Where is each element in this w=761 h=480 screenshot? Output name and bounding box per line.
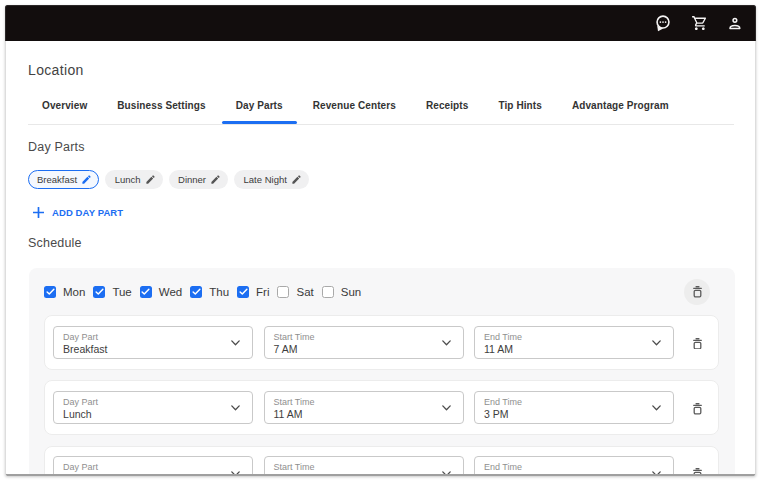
chip-late-night[interactable]: Late Night (234, 170, 309, 189)
weekday-mon[interactable]: Mon (44, 286, 85, 298)
select-value: Lunch (63, 408, 252, 421)
delete-schedule-button[interactable] (684, 279, 710, 305)
trash-icon (693, 403, 702, 415)
select-label: Day Part (63, 332, 252, 342)
delete-row-button[interactable] (686, 331, 710, 357)
chat-icon[interactable] (651, 11, 675, 35)
select-day-part[interactable]: Day Part Breakfast (53, 326, 253, 359)
select-day-part[interactable]: Day Part Dinner (53, 456, 253, 476)
chevron-down-icon (231, 471, 240, 476)
checkbox-sat[interactable] (277, 286, 289, 298)
select-start-time[interactable]: Start Time 3 PM (264, 456, 464, 476)
select-value: 11 PM (484, 474, 673, 476)
chevron-down-icon (231, 405, 240, 411)
schedule-row: Day Part Lunch Start Time 11 AM End Time… (44, 380, 719, 435)
select-label: Start Time (273, 397, 462, 407)
trash-icon (693, 468, 702, 476)
weekday-label: Tue (112, 286, 131, 298)
schedule-heading: Schedule (28, 236, 82, 250)
select-day-part[interactable]: Day Part Lunch (53, 391, 253, 424)
top-bar (5, 5, 756, 41)
tab-business-settings[interactable]: Business Settings (103, 100, 219, 124)
schedule-row: Day Part Breakfast Start Time 7 AM End T… (44, 315, 719, 370)
select-value: 11 AM (484, 343, 673, 356)
weekday-tue[interactable]: Tue (93, 286, 131, 298)
select-label: End Time (484, 462, 673, 472)
select-end-time[interactable]: End Time 11 AM (474, 326, 674, 359)
daypart-chips: BreakfastLunchDinnerLate Night (28, 170, 309, 189)
edit-chip-button[interactable] (291, 174, 302, 185)
chip-label: Lunch (115, 174, 141, 185)
pencil-icon (145, 174, 156, 185)
app-window: Location OverviewBusiness SettingsDay Pa… (5, 5, 756, 476)
edit-chip-button[interactable] (145, 174, 156, 185)
chevron-down-icon (652, 471, 661, 476)
select-label: Day Part (63, 397, 252, 407)
cart-icon[interactable] (687, 11, 711, 35)
schedule-row: Day Part Dinner Start Time 3 PM End Time… (44, 446, 719, 476)
delete-row-button[interactable] (686, 461, 710, 476)
edit-chip-button[interactable] (81, 174, 92, 185)
pencil-icon (81, 174, 92, 185)
tab-advantage-program[interactable]: Advantage Program (558, 100, 683, 124)
chip-label: Dinner (178, 174, 206, 185)
pencil-icon (210, 174, 221, 185)
select-label: Start Time (273, 462, 462, 472)
pencil-icon (291, 174, 302, 185)
weekday-label: Sun (341, 286, 361, 298)
weekday-sat[interactable]: Sat (277, 286, 313, 298)
check-icon (95, 288, 104, 296)
select-value: Breakfast (63, 343, 252, 356)
chevron-down-icon (652, 340, 661, 346)
checkbox-wed[interactable] (140, 286, 152, 298)
select-label: Day Part (63, 462, 252, 472)
add-day-part-button[interactable]: ADD DAY PART (28, 203, 128, 222)
weekday-sun[interactable]: Sun (322, 286, 361, 298)
tab-day-parts[interactable]: Day Parts (222, 100, 297, 124)
schedule-card: MonTueWedThuFriSatSun Day Part Breakfast… (29, 268, 735, 476)
tab-tip-hints[interactable]: Tip Hints (484, 100, 556, 124)
trash-icon (693, 338, 702, 350)
checkbox-sun[interactable] (322, 286, 334, 298)
chip-label: Late Night (244, 174, 287, 185)
tab-overview[interactable]: Overview (28, 100, 101, 124)
chevron-down-icon (442, 340, 451, 346)
weekday-checkboxes: MonTueWedThuFriSatSun (44, 286, 369, 298)
chip-label: Breakfast (37, 174, 77, 185)
select-start-time[interactable]: Start Time 11 AM (264, 391, 464, 424)
checkbox-tue[interactable] (93, 286, 105, 298)
weekday-label: Sat (296, 286, 313, 298)
select-end-time[interactable]: End Time 11 PM (474, 456, 674, 476)
check-icon (192, 288, 201, 296)
trash-icon (693, 286, 702, 298)
tab-bar: OverviewBusiness SettingsDay PartsRevenu… (28, 100, 734, 125)
edit-chip-button[interactable] (210, 174, 221, 185)
weekday-label: Wed (159, 286, 182, 298)
checkbox-fri[interactable] (237, 286, 249, 298)
weekday-fri[interactable]: Fri (237, 286, 269, 298)
chip-lunch[interactable]: Lunch (105, 170, 162, 189)
weekday-thu[interactable]: Thu (190, 286, 229, 298)
plus-icon (33, 207, 44, 218)
select-label: End Time (484, 397, 673, 407)
chevron-down-icon (652, 405, 661, 411)
select-value: 7 AM (273, 343, 462, 356)
delete-row-button[interactable] (686, 396, 710, 422)
select-start-time[interactable]: Start Time 7 AM (264, 326, 464, 359)
user-icon[interactable] (723, 11, 747, 35)
chip-dinner[interactable]: Dinner (169, 170, 229, 189)
checkbox-thu[interactable] (190, 286, 202, 298)
select-value: 11 AM (273, 408, 462, 421)
select-value: Dinner (63, 474, 252, 476)
chip-breakfast[interactable]: Breakfast (28, 170, 100, 189)
check-icon (141, 288, 150, 296)
weekday-wed[interactable]: Wed (140, 286, 182, 298)
tab-receipts[interactable]: Receipts (412, 100, 483, 124)
tab-revenue-centers[interactable]: Revenue Centers (299, 100, 410, 124)
select-value: 3 PM (484, 408, 673, 421)
add-day-part-label: ADD DAY PART (52, 207, 123, 218)
chevron-down-icon (442, 471, 451, 476)
checkbox-mon[interactable] (44, 286, 56, 298)
check-icon (239, 288, 248, 296)
select-end-time[interactable]: End Time 3 PM (474, 391, 674, 424)
